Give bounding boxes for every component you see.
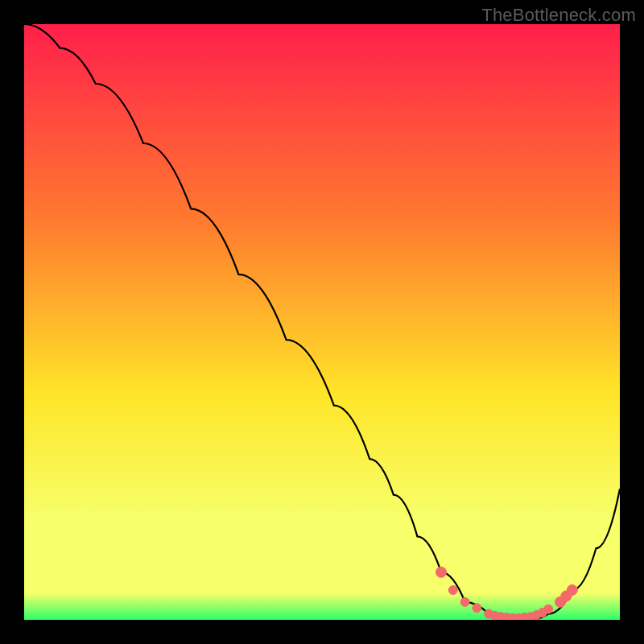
highlight-dot: [436, 567, 447, 577]
highlight-dot: [473, 604, 481, 613]
highlight-dot: [460, 597, 469, 606]
highlight-dot: [544, 605, 553, 613]
watermark-text: TheBottleneck.com: [481, 5, 636, 26]
chart-frame: TheBottleneck.com: [0, 0, 644, 644]
highlight-dot: [448, 586, 457, 595]
gradient-background: [24, 24, 620, 620]
bottleneck-chart: [24, 24, 620, 620]
plot-area: [24, 24, 620, 620]
highlight-dot: [567, 585, 577, 596]
